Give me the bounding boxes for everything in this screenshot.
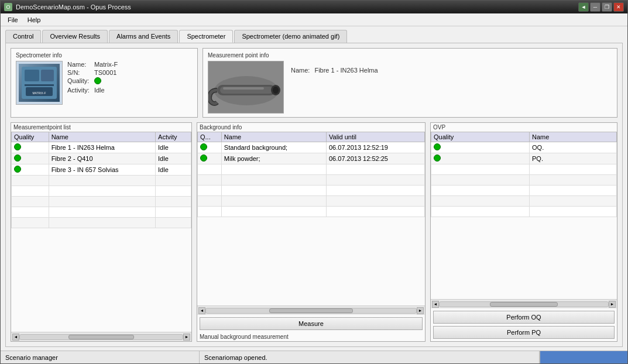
meas-col-name: Name: [49, 132, 155, 142]
bg-scroll-thumb[interactable]: [269, 308, 354, 313]
perform-oq-button[interactable]: Perform OQ: [433, 311, 615, 324]
bg-scrollbar[interactable]: ◄ ►: [197, 305, 425, 315]
main-window: O DemoScenarioMap.osm - Opus Process ◄ ─…: [0, 0, 628, 364]
restore-button[interactable]: ❐: [602, 2, 612, 12]
ovp-title: OVP: [431, 123, 617, 132]
tab-bar: Control Overview Results Alarms and Even…: [5, 30, 623, 43]
bg-row-valid: 06.07.2013 12:52:25: [327, 153, 425, 164]
tab-spectrometer-demo[interactable]: Spectrometer (demo animated gif): [234, 30, 347, 43]
meas-list-table: Quality Name Actvity Fibre 1 - IN263 Hel…: [11, 132, 191, 228]
ovp-col-name: Name: [530, 132, 617, 142]
app-icon: O: [4, 3, 12, 11]
quality-label: Quality:: [67, 77, 90, 85]
menu-file[interactable]: File: [3, 15, 23, 25]
meas-list-row[interactable]: Fibre 1 - IN263 Helma Idle: [12, 142, 191, 153]
svg-rect-2: [41, 70, 54, 81]
meas-scroll-left[interactable]: ◄: [12, 334, 19, 341]
background-info-panel: Background info Q... Name Valid until: [197, 122, 425, 342]
status-bar: Scenario manager Scenariomap opened.: [1, 351, 627, 363]
ovp-col-quality: Quality: [431, 132, 530, 142]
menu-help[interactable]: Help: [23, 15, 46, 25]
meas-scroll-track[interactable]: [19, 334, 183, 340]
ovp-row-quality: [431, 153, 530, 164]
menu-bar: File Help: [1, 13, 627, 26]
svg-point-12: [273, 87, 279, 94]
meas-list-row[interactable]: Fibre 2 - Q410 Idle: [12, 153, 191, 164]
title-bar-left: O DemoScenarioMap.osm - Opus Process: [4, 3, 131, 11]
main-panel: Spectrometer info: [5, 43, 623, 347]
quality-indicator: [94, 77, 118, 85]
title-bar: O DemoScenarioMap.osm - Opus Process ◄ ─…: [1, 1, 627, 13]
spectrometer-info-title: Spectrometer info: [16, 52, 193, 59]
bg-row[interactable]: Milk powder; 06.07.2013 12:52:25: [198, 153, 425, 164]
spectrometer-image-inner: MATRIX-F: [19, 64, 60, 102]
meas-row-name: Fibre 1 - IN263 Helma: [49, 142, 155, 153]
ovp-scroll-right[interactable]: ►: [609, 301, 616, 308]
ovp-row-name: PQ.: [530, 153, 617, 164]
bg-row[interactable]: Standard background; 06.07.2013 12:52:19: [198, 142, 425, 153]
close-button[interactable]: ✕: [613, 2, 624, 12]
ovp-scrollbar[interactable]: ◄ ►: [431, 299, 617, 308]
bg-row-quality: [198, 142, 222, 153]
bg-col-quality: Q...: [198, 132, 222, 142]
meas-row-activity: Idle: [156, 142, 191, 153]
tab-alarms-events[interactable]: Alarms and Events: [109, 30, 178, 43]
sn-value: TS0001: [94, 69, 118, 76]
ovp-buttons: Perform OQ Perform PQ: [431, 308, 617, 341]
svg-rect-1: [25, 70, 39, 81]
tab-control[interactable]: Control: [5, 30, 41, 43]
window-title: DemoScenarioMap.osm - Opus Process: [16, 4, 131, 11]
meas-scroll-right[interactable]: ►: [183, 334, 190, 341]
meas-col-quality: Quality: [12, 132, 49, 142]
meas-list-title: Measurementpoint list: [11, 123, 191, 132]
ovp-scroll-track[interactable]: [439, 301, 609, 307]
bottom-row: Measurementpoint list Quality Name Actvi…: [11, 122, 617, 342]
bg-table: Q... Name Valid until Standard backgroun…: [197, 132, 425, 217]
bg-scroll-right[interactable]: ►: [417, 307, 424, 314]
spectrometer-image: MATRIX-F: [16, 61, 63, 105]
bg-scroll-track[interactable]: [205, 308, 417, 314]
spec-fields: Name: Matrix-F S/N: TS0001 Quality: Acti…: [67, 61, 118, 105]
ovp-table: Quality Name OQ. PQ.: [431, 132, 617, 217]
spectrometer-svg: MATRIX-F: [19, 64, 60, 102]
minimize-button[interactable]: ─: [590, 2, 600, 12]
tab-spectrometer[interactable]: Spectrometer: [179, 30, 233, 43]
measure-button[interactable]: Measure: [200, 317, 423, 330]
status-left: Scenario manager: [1, 351, 200, 363]
bg-scroll-left[interactable]: ◄: [198, 307, 205, 314]
meas-row-quality: [12, 153, 49, 164]
sn-label: S/N:: [67, 69, 90, 76]
meas-row-quality: [12, 142, 49, 153]
bg-row-name: Standard background;: [221, 142, 326, 153]
quality-dot: [94, 77, 101, 84]
tab-overview-results[interactable]: Overview Results: [42, 30, 108, 43]
meas-name-label: Name:: [291, 67, 310, 74]
meas-list-row[interactable]: Fibre 3 - IN 657 Solvias Idle: [12, 164, 191, 176]
ovp-row-name: OQ.: [530, 142, 617, 153]
measurement-point-info-box: Measurement point info: [203, 48, 617, 118]
bg-table-wrap[interactable]: Q... Name Valid until Standard backgroun…: [197, 132, 425, 305]
content-area: Control Overview Results Alarms and Even…: [1, 26, 627, 351]
top-row: Spectrometer info: [11, 48, 617, 118]
meas-row-name: Fibre 3 - IN 657 Solvias: [49, 164, 155, 176]
activity-label: Activity:: [67, 87, 90, 94]
measurementpoint-list-panel: Measurementpoint list Quality Name Actvi…: [11, 122, 192, 342]
ovp-row[interactable]: PQ.: [431, 153, 617, 164]
bg-row-name: Milk powder;: [221, 153, 326, 164]
fiber-probe-svg: [208, 61, 284, 114]
meas-list-table-wrap[interactable]: Quality Name Actvity Fibre 1 - IN263 Hel…: [11, 132, 191, 332]
measurement-point-info-title: Measurement point info: [208, 52, 612, 59]
perform-pq-button[interactable]: Perform PQ: [433, 326, 615, 339]
svg-text:MATRIX-F: MATRIX-F: [32, 91, 46, 95]
ovp-row[interactable]: OQ.: [431, 142, 617, 153]
meas-list-scrollbar[interactable]: ◄ ►: [11, 332, 191, 341]
ovp-table-wrap[interactable]: Quality Name OQ. PQ.: [431, 132, 617, 299]
meas-row-activity: Idle: [156, 164, 191, 176]
back-button[interactable]: ◄: [578, 2, 589, 12]
meas-col-activity: Actvity: [156, 132, 191, 142]
meas-scroll-thumb[interactable]: [68, 335, 133, 339]
measure-btn-wrap: Measure: [197, 315, 425, 332]
activity-value: Idle: [94, 87, 118, 94]
ovp-scroll-thumb[interactable]: [490, 302, 557, 307]
ovp-scroll-left[interactable]: ◄: [432, 301, 439, 308]
